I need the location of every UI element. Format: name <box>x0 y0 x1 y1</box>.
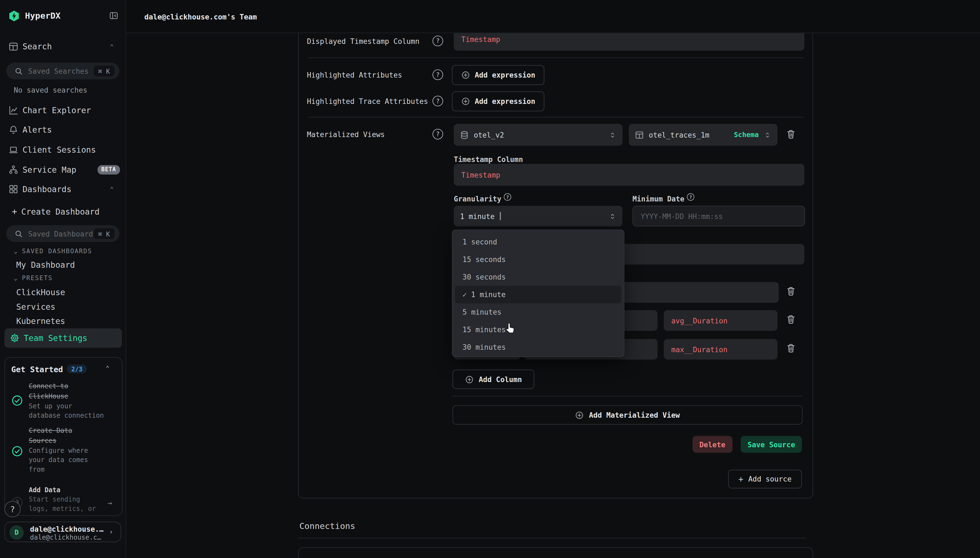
step-title-line[interactable]: Connect to <box>29 381 68 390</box>
add-expression-button[interactable]: Add expression <box>452 91 545 111</box>
chevron-up-icon[interactable]: ⌃ <box>110 43 114 49</box>
delete-column-icon[interactable] <box>786 343 797 354</box>
dropdown-option[interactable]: 5 minutes <box>453 304 624 321</box>
top-header: dale@clickhouse.com's Team <box>126 0 980 33</box>
create-dashboard-button[interactable]: + Create Dashboard <box>0 204 126 219</box>
page-title: dale@clickhouse.com's Team <box>144 13 257 21</box>
search-icon <box>14 67 23 75</box>
service-map-icon <box>9 165 18 174</box>
help-circle-icon[interactable]: ? <box>432 96 443 106</box>
step-desc-line: database connection <box>29 410 104 419</box>
sidebar-item-label: Service Map <box>23 165 76 174</box>
group-presets[interactable]: ⌄ PRESETS <box>14 275 52 281</box>
step-desc-line: Configure where <box>29 446 88 455</box>
help-circle-icon[interactable]: ? <box>432 36 443 46</box>
mv-timestamp-input[interactable]: Timestamp <box>454 164 805 186</box>
sidebar-item-client-sessions[interactable]: Client Sessions <box>0 142 126 157</box>
saved-dashboards-placeholder: Saved Dashboards <box>28 229 98 238</box>
highlighted-trace-attributes-label: Highlighted Trace Attributes <box>307 97 428 106</box>
settings-scroll-area[interactable]: Displayed Timestamp Column ? Timestamp H… <box>126 33 980 558</box>
sidebar-item-kubernetes[interactable]: Kubernetes <box>16 316 65 325</box>
step-title-line[interactable]: Sources <box>29 435 56 444</box>
add-source-button[interactable]: + Add source <box>728 470 802 488</box>
granularity-select[interactable]: 1 minute <box>454 206 623 226</box>
mouse-cursor <box>504 322 516 336</box>
team-settings-label: Team Settings <box>24 333 87 343</box>
get-started-title: Get Started <box>11 364 63 374</box>
add-expression-button[interactable]: Add expression <box>452 65 545 85</box>
sidebar-item-alerts[interactable]: Alerts <box>0 122 126 137</box>
schema-badge: Schema <box>734 131 759 139</box>
add-materialized-view-button[interactable]: Add Materialized View <box>453 405 803 425</box>
chevron-right-icon: › <box>109 528 113 536</box>
text-caret <box>500 212 501 220</box>
sidebar-item-dashboards[interactable]: Dashboards ⌃ <box>0 182 126 197</box>
saved-dashboards-input[interactable]: Saved Dashboards ⌘ K <box>6 225 119 242</box>
step-title-line[interactable]: ClickHouse <box>29 391 68 400</box>
table-icon <box>635 130 644 139</box>
step-done-check-icon <box>11 445 23 457</box>
no-saved-searches-text: No saved searches <box>14 86 87 95</box>
sidebar-item-search[interactable]: Search ⌃ <box>0 39 126 54</box>
laptop-icon <box>9 145 18 154</box>
help-circle-icon[interactable]: ? <box>432 129 443 140</box>
minimum-date-label: Minimum Date ? <box>632 195 694 204</box>
select-chevrons-icon <box>609 130 616 139</box>
chevron-down-icon: ⌄ <box>14 248 18 254</box>
divider <box>452 396 803 396</box>
displayed-timestamp-input[interactable]: Timestamp <box>454 33 805 51</box>
group-saved-dashboards[interactable]: ⌄ SAVED DASHBOARDS <box>14 248 92 254</box>
sidebar-item-services[interactable]: Services <box>16 302 55 311</box>
sidebar-item-label: Dashboards <box>23 184 72 194</box>
info-circle-icon[interactable]: ? <box>504 193 511 200</box>
add-column-button[interactable]: Add Column <box>453 370 534 389</box>
option-label: 1 minute <box>471 290 506 299</box>
sidebar-item-my-dashboard[interactable]: My Dashboard <box>16 260 75 269</box>
info-circle-icon[interactable]: ? <box>687 193 694 200</box>
sidebar-item-label: Alerts <box>23 125 52 134</box>
plus-circle-icon <box>465 375 474 384</box>
user-profile-button[interactable]: D dale@clickhouse.… dale@clickhouse.c… › <box>4 522 121 542</box>
save-source-button[interactable]: Save Source <box>741 436 802 453</box>
delete-column-icon[interactable] <box>786 286 797 298</box>
sidebar-item-team-settings[interactable]: Team Settings <box>4 328 122 348</box>
step-done-check-icon <box>11 395 23 407</box>
delete-column-icon[interactable] <box>786 315 797 326</box>
timestamp-column-label: Timestamp Column <box>454 155 523 164</box>
materialized-views-label: Materialized Views <box>307 130 384 139</box>
help-circle-icon[interactable]: ? <box>432 69 443 80</box>
materialized-view-select[interactable]: otel_v2 <box>454 124 623 146</box>
avatar: D <box>9 525 24 540</box>
materialized-table-select[interactable]: otel_traces_1m Schema <box>629 124 777 146</box>
step-title-line[interactable]: Create Data <box>29 426 72 435</box>
sidebar-item-clickhouse[interactable]: ClickHouse <box>16 287 65 297</box>
sidebar-item-chart-explorer[interactable]: Chart Explorer <box>0 102 126 118</box>
dropdown-option[interactable]: 1 second <box>453 233 624 251</box>
step-desc-line: logs, metrics, or <box>29 504 96 513</box>
question-icon: ? <box>10 504 15 514</box>
sidebar-item-label: Client Sessions <box>23 145 96 154</box>
saved-searches-placeholder: Saved Searches <box>28 67 89 75</box>
dropdown-option-selected[interactable]: ✓ 1 minute <box>455 286 621 304</box>
delete-button[interactable]: Delete <box>692 436 732 453</box>
collapse-sidebar-icon[interactable] <box>109 11 118 20</box>
sidebar-item-service-map[interactable]: Service Map BETA <box>0 162 126 177</box>
plus-circle-icon <box>461 97 470 106</box>
minimum-date-input[interactable]: YYYY-MM-DD HH:mm:ss <box>632 206 805 226</box>
step-desc-line: traces <box>29 513 52 516</box>
column-name-input[interactable]: avg__Duration <box>664 310 777 331</box>
input-value: avg__Duration <box>671 316 728 325</box>
dropdown-option[interactable]: 15 minutes <box>453 321 624 338</box>
dropdown-option[interactable]: 15 seconds <box>453 251 624 268</box>
saved-searches-input[interactable]: Saved Searches ⌘ K <box>6 62 119 79</box>
progress-badge: 2/3 <box>67 364 87 373</box>
dropdown-option[interactable]: 30 seconds <box>453 268 624 286</box>
chevron-up-icon[interactable]: ⌃ <box>106 364 110 371</box>
step-title[interactable]: Add Data <box>29 485 60 494</box>
chevron-up-icon[interactable]: ⌃ <box>110 186 114 193</box>
dropdown-option[interactable]: 30 minutes <box>453 338 624 356</box>
column-name-input[interactable]: max__Duration <box>664 339 777 359</box>
help-button[interactable]: ? <box>4 501 21 517</box>
delete-materialized-view-icon[interactable] <box>786 130 797 141</box>
check-icon: ✓ <box>463 290 467 299</box>
